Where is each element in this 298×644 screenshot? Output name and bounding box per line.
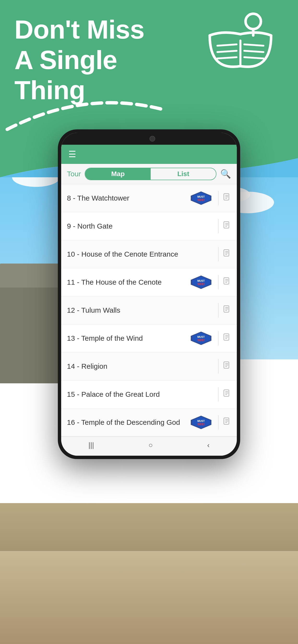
svg-line-3	[217, 44, 237, 46]
headline-line1: Don't Miss	[14, 14, 144, 45]
doc-icon[interactable]	[222, 277, 231, 288]
item-name: 12 - Tulum Walls	[67, 306, 214, 314]
app-header: ☰	[61, 145, 237, 164]
svg-text:SEE!: SEE!	[198, 198, 205, 202]
item-name: 14 - Religion	[67, 362, 214, 370]
item-name: 11 - The House of the Cenote	[67, 278, 190, 286]
list-item[interactable]: 10 - House of the Cenote Entrance	[61, 240, 237, 268]
headline-line2: A Single	[14, 45, 144, 75]
must-see-badge: MUST SEE!	[190, 331, 212, 346]
doc-icon[interactable]	[222, 417, 231, 428]
phone-inner: ☰ Tour Map List 🔍 8 - The Watchtower MUS…	[61, 133, 237, 456]
doc-icon[interactable]	[222, 221, 231, 232]
item-name: 16 - Temple of the Descending God	[67, 418, 190, 426]
svg-point-0	[245, 14, 261, 29]
item-divider	[218, 275, 219, 290]
item-divider	[218, 415, 219, 430]
nav-back-button[interactable]: ‹	[207, 441, 210, 449]
phone-notch	[61, 133, 237, 145]
svg-text:MUST: MUST	[197, 195, 205, 198]
must-see-badge: MUST SEE!	[190, 415, 212, 430]
must-see-badge: MUST SEE!	[190, 275, 212, 290]
list-item[interactable]: 8 - The Watchtower MUST SEE!	[61, 184, 237, 212]
svg-text:SEE!: SEE!	[198, 282, 205, 286]
item-divider	[218, 359, 219, 374]
list-item[interactable]: 16 - Temple of the Descending God MUST S…	[61, 408, 237, 436]
tab-toggle: Map List	[85, 168, 216, 180]
svg-text:MUST: MUST	[197, 336, 205, 338]
tab-tour[interactable]: Tour	[67, 170, 81, 178]
tab-list-button[interactable]: List	[151, 168, 216, 180]
item-divider	[218, 247, 219, 262]
doc-icon[interactable]	[222, 305, 231, 316]
doc-icon[interactable]	[222, 361, 231, 372]
phone-outer: ☰ Tour Map List 🔍 8 - The Watchtower MUS…	[58, 130, 240, 459]
item-divider	[218, 387, 219, 402]
menu-icon[interactable]: ☰	[68, 149, 76, 159]
svg-text:MUST: MUST	[197, 279, 205, 282]
svg-text:SEE!: SEE!	[198, 338, 205, 342]
must-see-badge: MUST SEE!	[190, 191, 212, 205]
front-camera	[150, 136, 155, 142]
list-item[interactable]: 12 - Tulum Walls	[61, 296, 237, 324]
svg-line-4	[217, 51, 237, 52]
tab-bar: Tour Map List 🔍	[61, 164, 237, 184]
list-item[interactable]: 11 - The House of the Cenote MUST SEE!	[61, 268, 237, 296]
item-name: 8 - The Watchtower	[67, 194, 190, 202]
item-name: 9 - North Gate	[67, 222, 214, 230]
svg-line-6	[244, 44, 263, 46]
item-name: 13 - Temple of the Wind	[67, 334, 190, 342]
search-button[interactable]: 🔍	[220, 169, 231, 179]
list-item[interactable]: 14 - Religion	[61, 352, 237, 380]
item-divider	[218, 303, 219, 318]
stone-ground	[0, 551, 298, 644]
tour-list: 8 - The Watchtower MUST SEE! 9 - North G…	[61, 184, 237, 436]
doc-icon[interactable]	[222, 193, 231, 204]
doc-icon[interactable]	[222, 249, 231, 260]
item-divider	[218, 219, 219, 233]
doc-icon[interactable]	[222, 389, 231, 400]
phone-device: ☰ Tour Map List 🔍 8 - The Watchtower MUS…	[58, 130, 240, 459]
item-name: 10 - House of the Cenote Entrance	[67, 250, 214, 258]
svg-text:SEE!: SEE!	[198, 422, 205, 426]
list-item[interactable]: 9 - North Gate	[61, 212, 237, 240]
doc-icon[interactable]	[222, 333, 231, 344]
svg-line-7	[244, 51, 263, 52]
item-name: 15 - Palace of the Great Lord	[67, 390, 214, 398]
dashed-arc	[3, 86, 170, 134]
item-divider	[218, 191, 219, 205]
item-divider	[218, 331, 219, 346]
svg-line-5	[217, 57, 237, 58]
list-item[interactable]: 13 - Temple of the Wind MUST SEE!	[61, 324, 237, 352]
svg-text:MUST: MUST	[197, 420, 205, 422]
list-item[interactable]: 15 - Palace of the Great Lord	[61, 380, 237, 408]
svg-line-8	[244, 57, 263, 58]
tab-map-button[interactable]: Map	[85, 168, 151, 180]
book-icon-container	[202, 10, 279, 77]
nav-home-button[interactable]: ○	[148, 441, 153, 449]
phone-bottom-nav: ||| ○ ‹	[61, 436, 237, 456]
nav-recents-button[interactable]: |||	[88, 441, 94, 449]
